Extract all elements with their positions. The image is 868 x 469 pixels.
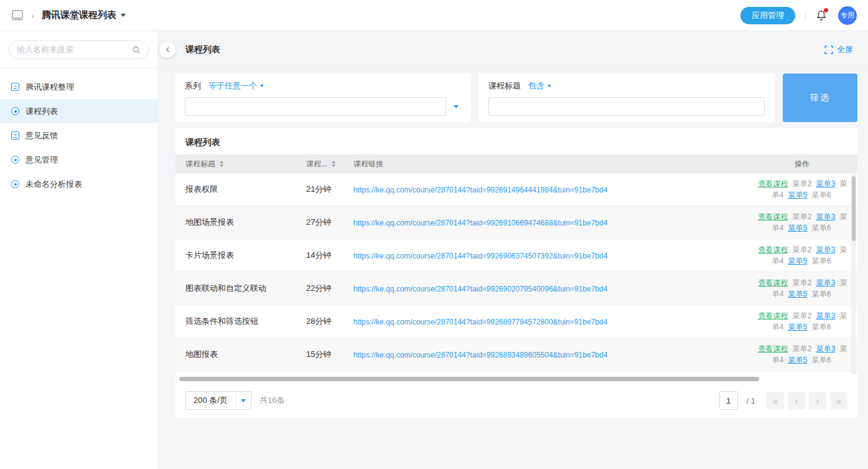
course-link[interactable]: https://ke.qq.com/course/2870144?taid=99… — [353, 351, 607, 359]
fullscreen-label: 全屏 — [837, 44, 853, 55]
sidebar-item-label: 意见管理 — [26, 154, 58, 166]
row-actions: 查看课程 菜单2 菜单3 菜单4 菜单5 菜单6 — [747, 173, 857, 206]
action-menu-2[interactable]: 菜单2 — [793, 245, 812, 254]
app-manage-button[interactable]: 应用管理 — [740, 7, 795, 24]
action-menu-3[interactable]: 菜单3 — [816, 212, 836, 221]
action-menu-6[interactable]: 菜单6 — [812, 323, 831, 331]
action-menu-3[interactable]: 菜单3 — [816, 245, 836, 254]
vertical-scrollbar[interactable] — [852, 176, 856, 241]
row-actions: 查看课程 菜单2 菜单3 菜单4 菜单5 菜单6 — [747, 239, 857, 272]
sidebar-item-4[interactable]: 意见管理 — [0, 148, 157, 172]
search-icon — [132, 45, 141, 54]
sidebar-item-1[interactable]: 腾讯课程整理 — [0, 75, 157, 99]
row-actions: 查看课程 菜单2 菜单3 菜单4 菜单5 菜单6 — [747, 338, 857, 371]
next-page-button[interactable]: › — [809, 392, 826, 409]
prev-page-button[interactable]: ‹ — [788, 392, 805, 409]
sidebar-item-3[interactable]: 意见反馈 — [0, 123, 157, 148]
action-menu-6[interactable]: 菜单6 — [812, 224, 831, 232]
filter-field-label: 课程标题 — [488, 80, 521, 92]
course-link[interactable]: https://ke.qq.com/course/2870144?taid=99… — [353, 285, 607, 293]
action-menu-6[interactable]: 菜单6 — [812, 191, 831, 199]
select-caret-icon[interactable] — [451, 105, 461, 108]
notification-bell-icon[interactable] — [816, 9, 827, 21]
action-menu-6[interactable]: 菜单6 — [812, 356, 831, 364]
course-link-cell: https://ke.qq.com/course/2870144?taid=99… — [347, 284, 747, 293]
action-menu-3[interactable]: 菜单3 — [816, 278, 836, 287]
fullscreen-button[interactable]: 全屏 — [824, 44, 853, 55]
page-header: 课程列表 全屏 — [158, 31, 868, 69]
course-duration-cell: 22分钟 — [300, 283, 347, 294]
sheet-icon — [11, 83, 19, 91]
action-menu-2[interactable]: 菜单2 — [793, 212, 812, 221]
column-header-course-duration[interactable]: 课程... — [300, 159, 347, 169]
action-menu-5[interactable]: 菜单5 — [788, 290, 808, 298]
table-header: 课程标题 课程... 课程链接 操作 — [175, 154, 857, 173]
table-body: 报表权限 21分钟 https://ke.qq.com/course/28701… — [175, 173, 857, 371]
action-menu-2[interactable]: 菜单2 — [793, 311, 812, 320]
course-link[interactable]: https://ke.qq.com/course/2870144?taid=99… — [353, 219, 607, 227]
current-page-input[interactable] — [719, 391, 738, 410]
course-title-input[interactable] — [488, 97, 765, 116]
row-actions: 查看课程 菜单2 菜单3 菜单4 菜单5 菜单6 — [747, 206, 857, 239]
action-view-course[interactable]: 查看课程 — [758, 245, 788, 254]
course-link[interactable]: https://ke.qq.com/course/2870144?taid=99… — [353, 186, 607, 194]
action-menu-3[interactable]: 菜单3 — [816, 179, 836, 188]
search-box[interactable] — [9, 40, 149, 59]
sort-icon[interactable] — [220, 161, 223, 167]
sidebar-item-5[interactable]: 未命名分析报表 — [0, 172, 157, 196]
action-view-course[interactable]: 查看课程 — [758, 344, 788, 353]
action-menu-3[interactable]: 菜单3 — [816, 344, 836, 353]
table-row: 卡片场景报表 14分钟 https://ke.qq.com/course/287… — [175, 239, 857, 272]
action-view-course[interactable]: 查看课程 — [758, 278, 788, 287]
action-menu-5[interactable]: 菜单5 — [788, 323, 808, 331]
page-size-label: 200 条/页 — [186, 395, 235, 406]
horizontal-scrollbar[interactable] — [179, 377, 759, 381]
sidebar-item-label: 意见反馈 — [26, 130, 58, 141]
filter-operator-dropdown[interactable]: 等于任意一个 — [208, 80, 264, 92]
last-page-button[interactable]: » — [830, 392, 847, 409]
action-menu-2[interactable]: 菜单2 — [793, 344, 812, 353]
filter-operator-dropdown[interactable]: 包含 — [528, 80, 551, 92]
series-select-input[interactable] — [185, 97, 446, 116]
sort-icon[interactable] — [332, 161, 335, 167]
filter-submit-button[interactable]: 筛选 — [783, 73, 857, 122]
action-menu-5[interactable]: 菜单5 — [788, 356, 808, 364]
workspace-icon[interactable] — [11, 10, 24, 21]
course-title-cell: 图表联动和自定义联动 — [175, 283, 300, 294]
page-title: 课程列表 — [185, 44, 220, 55]
action-menu-5[interactable]: 菜单5 — [788, 257, 808, 265]
fullscreen-icon — [824, 45, 833, 54]
pager-nav: «‹›» — [763, 392, 847, 409]
pagination: 200 条/页 共16条 / 1 «‹›» — [175, 383, 857, 418]
column-header-course-link: 课程链接 — [347, 159, 747, 169]
action-menu-5[interactable]: 菜单5 — [788, 191, 808, 199]
course-link[interactable]: https://ke.qq.com/course/2870144?taid=99… — [353, 252, 607, 260]
topbar-divider — [805, 11, 806, 21]
action-menu-6[interactable]: 菜单6 — [812, 290, 831, 298]
action-view-course[interactable]: 查看课程 — [758, 179, 788, 188]
action-view-course[interactable]: 查看课程 — [758, 311, 788, 320]
course-title-cell: 地图报表 — [175, 349, 300, 360]
breadcrumb-separator-icon: › — [31, 10, 34, 21]
back-button[interactable] — [159, 42, 175, 58]
chevron-down-icon — [235, 392, 251, 409]
column-header-course-title[interactable]: 课程标题 — [175, 159, 300, 169]
action-menu-5[interactable]: 菜单5 — [788, 224, 808, 232]
action-menu-3[interactable]: 菜单3 — [816, 311, 836, 320]
course-link[interactable]: https://ke.qq.com/course/2870144?taid=99… — [353, 318, 607, 326]
action-menu-2[interactable]: 菜单2 — [793, 278, 812, 287]
first-page-button[interactable]: « — [767, 392, 784, 409]
avatar[interactable]: 专用 — [838, 6, 857, 25]
sidebar-item-2[interactable]: 课程列表 — [0, 99, 157, 123]
chevron-down-icon — [548, 85, 551, 87]
page-size-dropdown[interactable]: 200 条/页 — [185, 391, 252, 410]
action-menu-2[interactable]: 菜单2 — [793, 179, 812, 188]
sheet-icon — [11, 131, 19, 140]
action-menu-6[interactable]: 菜单6 — [812, 257, 831, 265]
topbar: › 腾讯课堂课程列表 应用管理 专用 — [0, 0, 868, 31]
course-duration-cell: 28分钟 — [300, 316, 347, 327]
page-icon — [11, 107, 19, 115]
search-input[interactable] — [17, 45, 132, 54]
action-view-course[interactable]: 查看课程 — [758, 212, 788, 221]
breadcrumb[interactable]: 腾讯课堂课程列表 — [42, 9, 126, 21]
